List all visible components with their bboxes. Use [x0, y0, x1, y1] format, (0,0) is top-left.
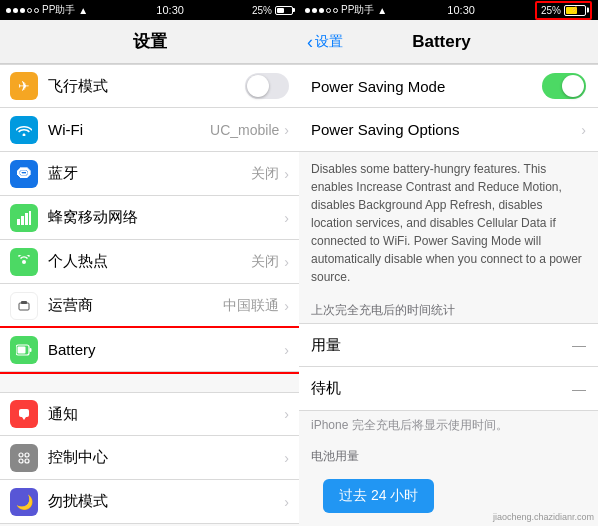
bluetooth-value: 关闭 [251, 165, 279, 183]
wifi-icon-right: ▲ [377, 5, 387, 16]
bluetooth-label: 蓝牙 [48, 164, 251, 183]
row-airplane[interactable]: ✈ 飞行模式 [0, 64, 299, 108]
back-button[interactable]: ‹ 设置 [307, 33, 343, 51]
back-chevron-icon: ‹ [307, 33, 313, 51]
status-right-left: 25% [252, 5, 293, 16]
hotspot-label: 个人热点 [48, 252, 251, 271]
dot-r-5 [333, 8, 338, 13]
bluetooth-icon: ⭖ [10, 160, 38, 188]
battery-percent-left: 25% [252, 5, 272, 16]
battery-usage-header: 电池用量 [299, 440, 598, 469]
notifications-chevron: › [284, 406, 289, 422]
battery-box-right: 25% ⚡ [535, 1, 592, 20]
carrier-left: PP助手 [42, 3, 75, 17]
wifi-label: Wi-Fi [48, 121, 210, 138]
airplane-toggle[interactable] [245, 73, 289, 99]
cellular-icon [10, 204, 38, 232]
battery-percent-right: 25% [541, 5, 561, 16]
status-bar-left: PP助手 ▲ 10:30 25% [0, 0, 299, 20]
donotdisturb-icon: 🌙 [10, 488, 38, 516]
standby-value: — [572, 381, 586, 397]
section-gap-1 [0, 372, 299, 392]
svg-rect-8 [30, 348, 32, 352]
row-donotdisturb[interactable]: 🌙 勿扰模式 › [0, 480, 299, 524]
row-wifi[interactable]: Wi-Fi UC_mobile › [0, 108, 299, 152]
dots-right [305, 8, 338, 13]
svg-point-13 [25, 453, 29, 457]
section-footer: iPhone 完全充电后将显示使用时间。 [299, 411, 598, 440]
svg-point-14 [19, 459, 23, 463]
signal-dot-3 [20, 8, 25, 13]
usage-24h-button[interactable]: 过去 24 小时 [323, 479, 434, 513]
row-power-saving-mode[interactable]: Power Saving Mode [299, 64, 598, 108]
svg-point-4 [22, 260, 26, 264]
hotspot-icon [10, 248, 38, 276]
bluetooth-chevron: › [284, 166, 289, 182]
svg-rect-3 [29, 211, 31, 225]
status-bar-right: PP助手 ▲ 10:30 25% ⚡ [299, 0, 598, 20]
row-bluetooth[interactable]: ⭖ 蓝牙 关闭 › [0, 152, 299, 196]
row-hotspot[interactable]: 个人热点 关闭 › [0, 240, 299, 284]
carrier-icon [10, 292, 38, 320]
signal-right: PP助手 ▲ [305, 3, 387, 17]
section-header-charging: 上次完全充电后的时间统计 [299, 294, 598, 323]
cellular-label: 蜂窝移动网络 [48, 208, 284, 227]
row-cellular[interactable]: 蜂窝移动网络 › [0, 196, 299, 240]
notifications-icon [10, 400, 38, 428]
settings-title: 设置 [133, 30, 167, 53]
row-power-saving-options[interactable]: Power Saving Options › [299, 108, 598, 152]
row-standby: 待机 — [299, 367, 598, 411]
wifi-value: UC_mobile [210, 122, 279, 138]
power-saving-description: Disables some battery-hungry features. T… [299, 152, 598, 294]
svg-rect-9 [18, 346, 26, 353]
battery-fill-left [277, 8, 284, 13]
wifi-icon-status: ▲ [78, 5, 88, 16]
dot-r-4 [326, 8, 331, 13]
battery-nub-right [587, 8, 589, 13]
wifi-chevron: › [284, 122, 289, 138]
row-carrier[interactable]: 运营商 中国联通 › [0, 284, 299, 328]
svg-rect-0 [17, 219, 20, 225]
svg-point-12 [19, 453, 23, 457]
power-saving-label: Power Saving Mode [311, 78, 542, 95]
svg-marker-11 [22, 417, 26, 420]
donotdisturb-label: 勿扰模式 [48, 492, 284, 511]
power-saving-toggle[interactable] [542, 73, 586, 99]
row-controlcenter[interactable]: 控制中心 › [0, 436, 299, 480]
signal-dot-4 [27, 8, 32, 13]
svg-rect-5 [19, 303, 29, 310]
battery-label: Battery [48, 341, 284, 358]
svg-rect-6 [21, 301, 27, 304]
settings-list: ✈ 飞行模式 Wi-Fi UC_mobile › ⭖ 蓝牙 关闭 [0, 64, 299, 526]
dot-r-1 [305, 8, 310, 13]
donotdisturb-chevron: › [284, 494, 289, 510]
time-left: 10:30 [156, 4, 184, 16]
cellular-chevron: › [284, 210, 289, 226]
row-notifications[interactable]: 通知 › [0, 392, 299, 436]
lightning-icon: ⚡ [570, 6, 579, 14]
carrier-label: 运营商 [48, 296, 223, 315]
group-connectivity: ✈ 飞行模式 Wi-Fi UC_mobile › ⭖ 蓝牙 关闭 [0, 64, 299, 328]
carrier-right: PP助手 [341, 3, 374, 17]
battery-nub-left [293, 8, 295, 12]
svg-rect-2 [25, 213, 28, 225]
battery-icon-left [275, 6, 293, 15]
right-panel: PP助手 ▲ 10:30 25% ⚡ ‹ 设置 Battery P [299, 0, 598, 526]
row-battery[interactable]: Battery › [0, 328, 299, 372]
description-text: Disables some battery-hungry features. T… [311, 162, 582, 284]
nav-bar-right: ‹ 设置 Battery [299, 20, 598, 64]
right-content: Power Saving Mode Power Saving Options ›… [299, 64, 598, 526]
signal-dot-2 [13, 8, 18, 13]
row-usage: 用量 — [299, 323, 598, 367]
carrier-value: 中国联通 [223, 297, 279, 315]
signal-dot-5 [34, 8, 39, 13]
battery-chevron: › [284, 342, 289, 358]
signal-dots [6, 8, 39, 13]
hotspot-value: 关闭 [251, 253, 279, 271]
battery-page-title: Battery [343, 32, 540, 52]
usage-value: — [572, 337, 586, 353]
battery-area-right: 25% ⚡ [535, 1, 592, 20]
wifi-icon [10, 116, 38, 144]
left-panel: PP助手 ▲ 10:30 25% 设置 ✈ 飞行模式 [0, 0, 299, 526]
back-label: 设置 [315, 33, 343, 51]
